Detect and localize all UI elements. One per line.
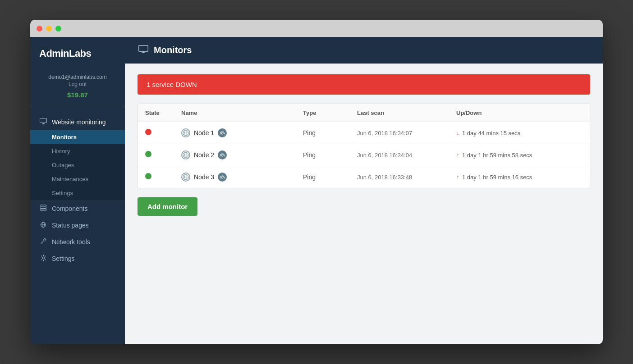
svg-rect-10 xyxy=(139,46,148,52)
row1-scan: Jun 6, 2018 16:34:07 xyxy=(357,130,456,136)
page-title: Monitors xyxy=(154,45,192,55)
sidebar-item-settings-main[interactable]: Settings xyxy=(30,250,125,267)
row1-updown-text: 1 day 44 mins 15 secs xyxy=(462,130,520,136)
sidebar-item-maintenances[interactable]: Maintenances xyxy=(30,172,125,186)
wrench-icon xyxy=(39,238,47,246)
main-content: Monitors 1 service DOWN State Name Type … xyxy=(125,37,603,344)
sidebar-logo: AdminLabs xyxy=(30,37,125,68)
svg-point-9 xyxy=(42,257,45,259)
wave-icon xyxy=(39,221,47,229)
app-window: AdminLabs demo1@adminlabs.com Log out $1… xyxy=(30,20,603,344)
col-type: Type xyxy=(303,109,357,116)
svg-point-20 xyxy=(221,155,223,156)
col-name: Name xyxy=(181,109,303,116)
main-body: 1 service DOWN State Name Type Last scan… xyxy=(125,64,603,344)
row3-type: Ping xyxy=(303,173,357,181)
add-monitor-button[interactable]: Add monitor xyxy=(138,197,197,216)
row3-name: Node 3 xyxy=(194,173,214,181)
user-email: demo1@adminlabs.com xyxy=(39,74,116,80)
sidebar-item-monitors[interactable]: Monitors xyxy=(30,130,125,144)
sidebar-user: demo1@adminlabs.com Log out $19.87 xyxy=(30,68,125,106)
row1-name: Node 1 xyxy=(194,129,214,136)
network-tools-label: Network tools xyxy=(52,238,90,246)
col-updown: Up/Down xyxy=(456,109,583,116)
row3-scan: Jun 6, 2018 16:33:48 xyxy=(357,174,456,181)
sidebar-item-status-pages[interactable]: Status pages xyxy=(30,217,125,233)
vm-badge xyxy=(218,128,227,137)
sidebar-item-outages[interactable]: Outages xyxy=(30,158,125,172)
settings-main-label: Settings xyxy=(52,255,75,262)
svg-rect-5 xyxy=(40,209,46,210)
table-row[interactable]: Node 3 Ping Jun 6, 2018 16:33:48 ↑ xyxy=(138,166,590,188)
row1-state xyxy=(145,129,181,137)
row3-name-cell: Node 3 xyxy=(181,173,303,182)
logo-text: AdminLabs xyxy=(39,48,91,59)
state-dot-down xyxy=(145,129,151,135)
state-dot-up xyxy=(145,173,151,179)
svg-rect-3 xyxy=(40,205,46,206)
alert-banner: 1 service DOWN xyxy=(138,74,590,95)
monitor-table: State Name Type Last scan Up/Down xyxy=(138,104,590,188)
arrow-down-icon: ↓ xyxy=(456,129,459,136)
arrow-up-icon: ↑ xyxy=(456,173,459,181)
table-header: State Name Type Last scan Up/Down xyxy=(138,104,590,122)
sidebar-item-label: Website monitoring xyxy=(52,118,106,126)
layers-icon xyxy=(39,205,47,212)
sidebar-item-settings[interactable]: Settings xyxy=(30,186,125,200)
row1-type: Ping xyxy=(303,129,357,136)
user-balance: $19.87 xyxy=(39,91,116,99)
svg-rect-4 xyxy=(40,207,46,209)
row2-updown-text: 1 day 1 hr 59 mins 58 secs xyxy=(462,152,532,159)
maximize-button[interactable] xyxy=(55,26,61,32)
sidebar: AdminLabs demo1@adminlabs.com Log out $1… xyxy=(30,37,125,344)
col-state: State xyxy=(145,109,181,116)
app-body: AdminLabs demo1@adminlabs.com Log out $1… xyxy=(30,37,603,344)
status-pages-label: Status pages xyxy=(52,222,89,229)
sidebar-item-components[interactable]: Components xyxy=(30,200,125,217)
row3-state xyxy=(145,173,181,181)
logout-button[interactable]: Log out xyxy=(39,81,116,87)
sidebar-nav: Website monitoring Monitors History Outa… xyxy=(30,106,125,344)
vm-badge xyxy=(218,173,227,182)
svg-point-24 xyxy=(221,177,223,178)
sidebar-item-history[interactable]: History xyxy=(30,144,125,158)
titlebar xyxy=(30,20,603,37)
row3-updown-text: 1 day 1 hr 59 mins 16 secs xyxy=(462,174,532,181)
vm-badge xyxy=(218,150,227,159)
arrow-up-icon: ↑ xyxy=(456,151,459,159)
row2-state xyxy=(145,151,181,159)
alert-text: 1 service DOWN xyxy=(147,81,197,88)
website-monitoring-subnav: Monitors History Outages Maintenances Se… xyxy=(30,130,125,200)
settings-gear-icon xyxy=(39,255,47,263)
row1-updown: ↓ 1 day 44 mins 15 secs xyxy=(456,129,583,136)
row2-type: Ping xyxy=(303,151,357,159)
row1-name-cell: Node 1 xyxy=(181,128,303,137)
row2-name-cell: Node 2 xyxy=(181,150,303,159)
col-last-scan: Last scan xyxy=(357,109,456,116)
globe-icon xyxy=(181,128,190,137)
svg-point-16 xyxy=(221,132,223,134)
globe-icon xyxy=(181,173,190,182)
table-row[interactable]: Node 2 Ping Jun 6, 2018 16:34:04 ↑ xyxy=(138,144,590,166)
svg-rect-0 xyxy=(40,118,47,123)
row2-name: Node 2 xyxy=(194,151,214,159)
table-row[interactable]: Node 1 Ping Jun 6, 2018 16:34:07 ↓ xyxy=(138,122,590,144)
components-label: Components xyxy=(52,205,87,212)
main-header: Monitors xyxy=(125,37,603,64)
monitor-icon xyxy=(39,118,47,126)
minimize-button[interactable] xyxy=(46,26,52,32)
state-dot-up xyxy=(145,151,151,157)
header-monitor-icon xyxy=(138,45,148,55)
sidebar-item-website-monitoring[interactable]: Website monitoring xyxy=(30,114,125,130)
sidebar-item-network-tools[interactable]: Network tools xyxy=(30,233,125,250)
globe-icon xyxy=(181,150,190,159)
row2-updown: ↑ 1 day 1 hr 59 mins 58 secs xyxy=(456,151,583,159)
close-button[interactable] xyxy=(37,26,42,32)
row3-updown: ↑ 1 day 1 hr 59 mins 16 secs xyxy=(456,173,583,181)
row2-scan: Jun 6, 2018 16:34:04 xyxy=(357,152,456,159)
